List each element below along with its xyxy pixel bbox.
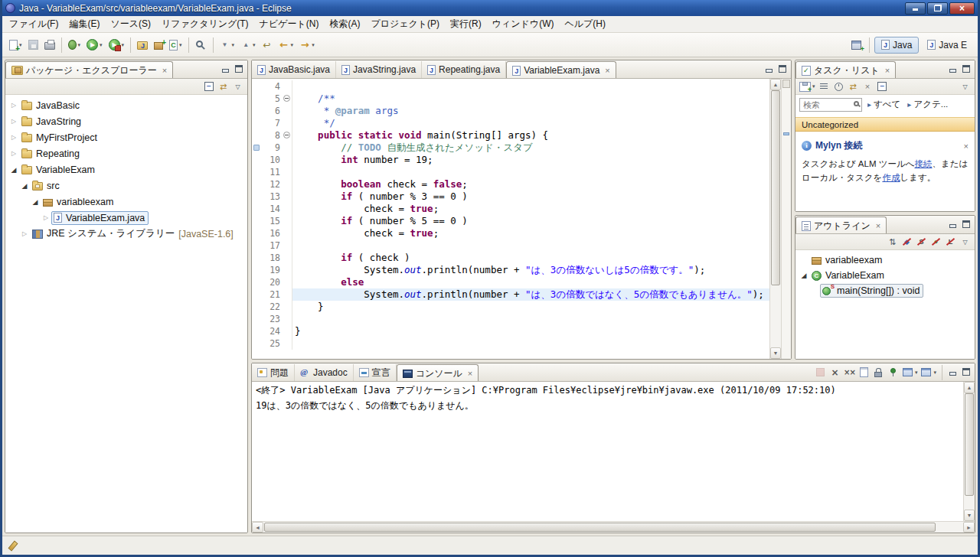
ol-hide-local-types-button[interactable]	[945, 236, 956, 248]
new-java-project-button[interactable]	[134, 37, 151, 53]
menu-item[interactable]: ファイル(F)	[4, 15, 64, 33]
minimize-view-button[interactable]	[948, 220, 959, 230]
pe-view-menu-button[interactable]	[232, 81, 243, 93]
code-editor[interactable]: 45 /**6 * @param args7 */8 public static…	[252, 79, 791, 359]
code-line[interactable]: 7 */	[252, 117, 769, 129]
perspective-java-ee[interactable]: Java E	[920, 37, 974, 54]
pe-collapse-all-button[interactable]	[203, 81, 214, 93]
code-line[interactable]: 11	[252, 166, 769, 178]
maximize-view-button[interactable]	[961, 367, 972, 377]
tree-item-variableexam-java-file[interactable]: ▷VariableExam.java	[5, 210, 247, 226]
code-line[interactable]: 13 if ( number % 3 == 0 )	[252, 191, 769, 203]
code-line[interactable]: 20 else	[252, 276, 769, 288]
tree-expanded-arrow[interactable]: ◢	[19, 182, 30, 190]
ol-hide-non-public-button[interactable]	[930, 236, 942, 248]
collapse-region-icon[interactable]	[283, 95, 290, 102]
scroll-left-button[interactable]: ◄	[252, 522, 263, 533]
code-line[interactable]: 15 if ( number % 5 == 0 )	[252, 215, 769, 227]
open-console-dropdown-arrow[interactable]: ▾	[933, 370, 936, 376]
scroll-up-button[interactable]: ▲	[770, 79, 781, 90]
console-vertical-scrollbar[interactable]: ▲ ▼	[963, 382, 975, 521]
maximize-view-button[interactable]	[961, 64, 972, 74]
scroll-right-button[interactable]: ►	[963, 522, 975, 533]
tl-view-menu-button[interactable]	[959, 81, 971, 93]
tree-collapsed-arrow[interactable]: ▷	[41, 214, 51, 221]
menu-item[interactable]: ソース(S)	[105, 15, 156, 33]
menu-item[interactable]: 実行(R)	[445, 15, 487, 33]
menu-item[interactable]: プロジェクト(P)	[365, 15, 445, 33]
annotations-toggle-button[interactable]	[782, 80, 790, 88]
console-open-console-button[interactable]: ▾	[920, 366, 936, 378]
close-view-icon[interactable]: ×	[885, 66, 890, 75]
console-terminate-button[interactable]	[815, 366, 826, 378]
forward-button[interactable]: ▾	[296, 37, 318, 54]
new-package-button[interactable]	[151, 37, 166, 53]
perspective-java[interactable]: Java	[874, 37, 919, 54]
code-line[interactable]: 4	[252, 80, 769, 93]
tree-item-variableexam-project[interactable]: ◢VariableExam	[5, 161, 247, 178]
console-pin-console-button[interactable]	[887, 366, 899, 378]
tree-item-outline-method-main[interactable]: main(String[]) : void	[795, 283, 975, 298]
search-button[interactable]	[192, 37, 210, 54]
console-remove-launch-button[interactable]	[829, 366, 841, 378]
minimize-view-button[interactable]	[220, 64, 231, 74]
view-tab-javadoc[interactable]: Javadoc	[295, 364, 354, 381]
close-window-button[interactable]: ×	[949, 2, 975, 15]
code-line[interactable]: 17	[252, 239, 769, 252]
forward-dropdown-arrow[interactable]: ▾	[312, 42, 315, 48]
console-horizontal-scrollbar[interactable]: ◄ ►	[252, 521, 975, 533]
tree-item-myfirstproject[interactable]: ▷MyFirstProject	[5, 129, 247, 145]
open-perspective-button[interactable]	[848, 37, 864, 53]
tree-expanded-arrow[interactable]: ◢	[8, 166, 19, 174]
new-class-dropdown-arrow[interactable]: ▾	[179, 42, 182, 48]
minimize-window-button[interactable]	[905, 2, 926, 15]
menu-item[interactable]: ウィンドウ(W)	[487, 15, 560, 33]
console-display-selected-console-button[interactable]: ▾	[902, 366, 918, 378]
next-annotation-button[interactable]: ▾	[217, 37, 238, 54]
tl-scheduled-presentation-button[interactable]	[833, 81, 844, 93]
view-tab-declaration[interactable]: 宣言	[354, 364, 397, 381]
tree-collapsed-arrow[interactable]: ▷	[8, 150, 19, 157]
external-tools-button[interactable]: ▾	[106, 36, 128, 54]
display-selected-console-dropdown-arrow[interactable]: ▾	[915, 370, 918, 376]
menu-item[interactable]: ヘルプ(H)	[559, 15, 611, 33]
ol-hide-fields-button[interactable]	[901, 236, 913, 248]
tree-collapsed-arrow[interactable]: ▷	[8, 134, 19, 141]
code-line[interactable]: 19 System.out.println(number + "は、3の倍数ない…	[252, 264, 769, 276]
editor-tab-variableexam-java[interactable]: VariableExam.java×	[506, 61, 616, 78]
menu-item[interactable]: 編集(E)	[64, 15, 105, 33]
menu-item[interactable]: ナビゲート(N)	[254, 15, 325, 33]
scrollbar-thumb[interactable]	[264, 523, 936, 532]
editor-tab-javastring-java[interactable]: JavaString.java	[336, 61, 422, 78]
tl-delete-button[interactable]	[862, 81, 874, 93]
restore-window-button[interactable]	[927, 2, 948, 15]
console-clear-console-button[interactable]	[858, 366, 870, 378]
mylyn-create-link[interactable]: 作成	[882, 173, 900, 182]
task-list-tab[interactable]: タスク・リスト ×	[795, 61, 896, 78]
code-line[interactable]: 18 if ( check )	[252, 252, 769, 264]
console-remove-all-terminated-button[interactable]	[844, 366, 855, 378]
new-task-dropdown-arrow[interactable]: ▾	[812, 83, 815, 90]
code-line[interactable]: 21 System.out.println(number + "は、3の倍数では…	[252, 288, 769, 301]
titlebar[interactable]: Java - VariableExam/src/variableexam/Var…	[2, 0, 978, 16]
outline-tab[interactable]: アウトライン ×	[795, 217, 887, 233]
code-line[interactable]: 12 boolean check = false;	[252, 178, 769, 191]
tree-item-src-folder[interactable]: ◢src	[5, 178, 247, 194]
code-line[interactable]: 9 // TODO 自動生成されたメソッド・スタブ	[252, 142, 769, 154]
debug-dropdown-arrow[interactable]: ▾	[78, 42, 81, 48]
package-explorer-tab[interactable]: パッケージ・エクスプローラー ×	[5, 61, 173, 78]
print-button[interactable]	[41, 37, 58, 53]
code-line[interactable]: 14 check = true;	[252, 203, 769, 215]
menu-item[interactable]: 検索(A)	[324, 15, 365, 33]
maximize-view-button[interactable]	[234, 64, 244, 74]
tree-item-outline-class-variableexam[interactable]: ◢VariableExam	[795, 268, 975, 283]
tree-collapsed-arrow[interactable]: ▷	[8, 118, 19, 125]
next-annotation-dropdown-arrow[interactable]: ▾	[232, 42, 235, 48]
code-line[interactable]: 10 int number = 19;	[252, 154, 769, 166]
prev-annotation-dropdown-arrow[interactable]: ▾	[253, 42, 256, 48]
tree-expanded-arrow[interactable]: ◢	[799, 272, 809, 279]
ol-sort-button[interactable]	[887, 236, 898, 248]
back-dropdown-arrow[interactable]: ▾	[291, 42, 294, 48]
new-wizard-button[interactable]: ▾	[6, 37, 25, 54]
code-line[interactable]: 23	[252, 313, 769, 325]
